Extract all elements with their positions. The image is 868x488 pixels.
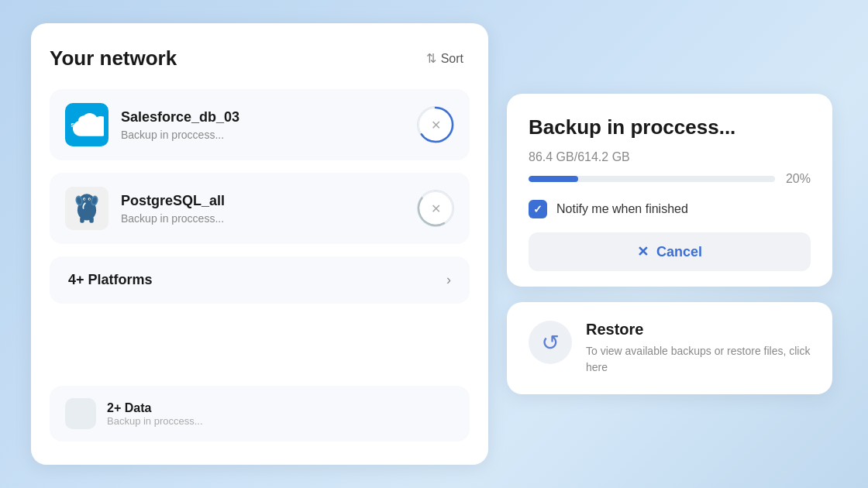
progress-row: 20% (529, 172, 811, 186)
check-icon: ✓ (533, 203, 542, 215)
restore-card[interactable]: ↻ Restore To view available backups or r… (507, 302, 832, 394)
right-side: Backup in proccess... 86.4 GB/614.2 GB 2… (507, 94, 832, 394)
postgresql-info: PostgreSQL_all Backup in proccess... (121, 193, 405, 225)
restore-icon-wrap: ↻ (529, 321, 572, 364)
bottom-label: 2+ Data (107, 401, 203, 415)
platforms-chevron-icon: › (446, 272, 451, 288)
sort-button[interactable]: ⇅ Sort (420, 48, 470, 69)
backup-card: Backup in proccess... 86.4 GB/614.2 GB 2… (507, 94, 832, 287)
restore-title: Restore (586, 321, 811, 339)
backup-title: Backup in proccess... (529, 115, 811, 139)
sort-icon: ⇅ (426, 51, 436, 66)
svg-point-7 (89, 198, 91, 200)
sort-label: Sort (441, 52, 463, 66)
restore-desc: To view available backups or restore fil… (586, 343, 811, 376)
postgresql-logo (65, 187, 108, 230)
salesforce-text: salesforce (71, 121, 103, 129)
restore-icon: ↻ (542, 330, 560, 356)
bottom-partial-item: 2+ Data Backup in proccess... (50, 386, 470, 442)
svg-rect-12 (80, 217, 84, 223)
postgresql-elephant-svg (70, 191, 104, 225)
salesforce-info: Salesforce_db_03 Backup in proccess... (121, 109, 405, 141)
salesforce-name: Salesforce_db_03 (121, 109, 405, 125)
panel-title: Your network (50, 46, 177, 70)
panel-header: Your network ⇅ Sort (50, 46, 470, 70)
platforms-label: 4+ Platforms (68, 272, 153, 288)
salesforce-status: Backup in proccess... (121, 129, 405, 141)
platforms-item[interactable]: 4+ Platforms › (50, 256, 470, 304)
progress-bar-fill (529, 176, 578, 182)
notify-label: Notify me when finished (556, 202, 688, 216)
postgresql-name: PostgreSQL_all (121, 193, 405, 209)
notify-checkbox[interactable]: ✓ (529, 200, 547, 218)
cancel-x-icon: ✕ (637, 243, 649, 260)
svg-point-6 (84, 198, 85, 200)
left-panel: Your network ⇅ Sort salesforce Salesforc… (31, 23, 488, 465)
salesforce-logo: salesforce (65, 103, 108, 146)
progress-percent: 20% (786, 172, 811, 186)
bottom-info: 2+ Data Backup in proccess... (107, 401, 203, 427)
cancel-label: Cancel (656, 244, 702, 260)
bottom-status: Backup in proccess... (107, 415, 203, 427)
backup-size: 86.4 GB/614.2 GB (529, 150, 811, 164)
postgresql-close-icon: ✕ (431, 201, 441, 216)
postgresql-item: PostgreSQL_all Backup in proccess... ✕ (50, 173, 470, 244)
restore-info: Restore To view available backups or res… (586, 321, 811, 376)
salesforce-item: salesforce Salesforce_db_03 Backup in pr… (50, 89, 470, 160)
postgresql-cancel-btn[interactable]: ✕ (417, 190, 454, 227)
salesforce-cancel-btn[interactable]: ✕ (417, 106, 454, 143)
postgresql-status: Backup in proccess... (121, 212, 405, 225)
salesforce-close-icon: ✕ (431, 118, 441, 132)
svg-rect-13 (89, 217, 94, 223)
cancel-button[interactable]: ✕ Cancel (529, 232, 811, 271)
notify-row: ✓ Notify me when finished (529, 200, 811, 218)
bottom-logo (65, 398, 96, 429)
progress-bar-bg (529, 176, 775, 182)
